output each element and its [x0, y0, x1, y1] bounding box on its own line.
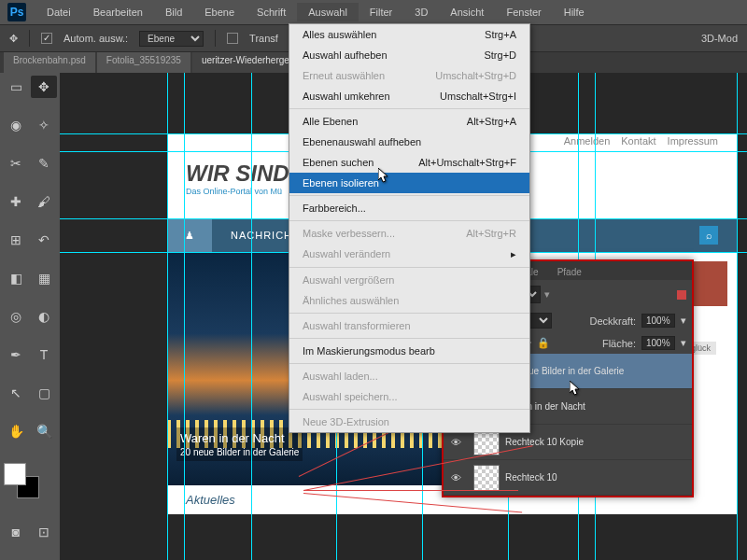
layer-row[interactable]: 👁Rechteck 10: [444, 460, 692, 496]
menu-datei[interactable]: Datei: [35, 3, 82, 21]
menu-fenster[interactable]: Fenster: [495, 3, 552, 21]
design-logo-icon: ♟: [167, 218, 212, 252]
tool-wand[interactable]: ✧: [31, 114, 57, 136]
design-top-link: Impressum: [668, 135, 718, 149]
auto-select-checkbox[interactable]: [41, 33, 52, 44]
menu-item[interactable]: Im Maskierungsmodus bearb: [289, 341, 529, 361]
tool-screen[interactable]: ⊡: [31, 521, 57, 543]
document-tab[interactable]: Brockenbahn.psd: [4, 52, 95, 73]
menu-item[interactable]: Ebenen suchenAlt+Umschalt+Strg+F: [289, 152, 529, 173]
menu-item[interactable]: Farbbereich...: [289, 198, 529, 218]
tool-shape[interactable]: ▢: [31, 382, 57, 404]
transform-checkbox[interactable]: [227, 33, 238, 44]
menu-item: Auswahl speichern...: [289, 386, 529, 407]
color-swatches[interactable]: [4, 463, 56, 500]
move-tool-icon: ✥: [9, 33, 18, 45]
layer-thumb: [473, 465, 500, 491]
menu-item: Erneut auswählenUmschalt+Strg+D: [289, 65, 529, 86]
menu-ansicht[interactable]: Ansicht: [439, 3, 495, 21]
toolbox: ▭ ✥ ◉ ✧ ✂ ✎ ✚ 🖌 ⊞ ↶ ◧ ▦ ◎ ◐ ✒ T ↖ ▢ ✋ 🔍 …: [0, 73, 60, 560]
design-top-link: Anmelden: [564, 135, 611, 149]
menu-filter[interactable]: Filter: [359, 3, 403, 21]
opacity-value[interactable]: [641, 314, 675, 328]
menu-item[interactable]: Auswahl umkehrenUmschalt+Strg+I: [289, 86, 529, 106]
tool-move[interactable]: ✥: [31, 76, 57, 98]
document-tab[interactable]: Fotolia_35519235: [97, 52, 190, 73]
mode-3d-label[interactable]: 3D-Mod: [701, 33, 738, 44]
lock-all-icon[interactable]: 🔒: [537, 337, 550, 349]
tool-history[interactable]: ↶: [31, 229, 57, 251]
menu-item[interactable]: Ebenenauswahl aufheben: [289, 132, 529, 152]
menu-hilfe[interactable]: Hilfe: [553, 3, 596, 21]
visibility-icon[interactable]: 👁: [444, 472, 468, 483]
tool-eraser[interactable]: ◧: [3, 267, 29, 289]
visibility-icon[interactable]: 👁: [444, 437, 468, 448]
tool-type[interactable]: T: [31, 343, 57, 366]
caption-title: Waren in der Nacht: [180, 431, 299, 445]
layer-name: Rechteck 10: [505, 472, 557, 483]
dropdown-icon[interactable]: ▾: [681, 315, 686, 327]
layer-filter-toggle[interactable]: [677, 290, 686, 300]
menu-item[interactable]: Alles auswählenStrg+A: [289, 24, 529, 45]
menu-item: Auswahl transformieren: [289, 315, 529, 336]
menu-item: Neue 3D-Extrusion: [289, 412, 529, 432]
tool-path[interactable]: ↖: [3, 382, 29, 404]
tool-blur[interactable]: ◎: [3, 305, 29, 328]
tool-gradient[interactable]: ▦: [31, 267, 57, 289]
fill-value[interactable]: [641, 336, 675, 350]
menu-item: Maske verbessern...Alt+Strg+R: [289, 223, 529, 244]
layer-name: Rechteck 10 Kopie: [505, 437, 584, 447]
menu-item: Ähnliches auswählen: [289, 290, 529, 311]
menu-auswahl[interactable]: Auswahl: [297, 3, 359, 21]
transform-label: Transf: [249, 33, 278, 44]
menu-bild[interactable]: Bild: [154, 3, 193, 21]
tool-dodge[interactable]: ◐: [31, 305, 57, 328]
fg-color[interactable]: [4, 463, 26, 485]
search-icon: ⌕: [699, 226, 718, 245]
app-icon: Ps: [7, 3, 26, 21]
tool-eyedrop[interactable]: ✎: [31, 152, 57, 175]
auto-select-label: Autom. ausw.:: [63, 33, 128, 44]
menubar: Ps DateiBearbeitenBildEbeneSchriftAuswah…: [0, 0, 747, 24]
menu-3d[interactable]: 3D: [403, 3, 439, 21]
tool-quickmask[interactable]: ◙: [3, 521, 29, 543]
tool-hand[interactable]: ✋: [3, 420, 29, 442]
menu-item[interactable]: Auswahl aufhebenStrg+D: [289, 45, 529, 65]
fill-label: Fläche:: [602, 338, 636, 349]
tool-lasso[interactable]: ◉: [3, 114, 29, 136]
tool-crop[interactable]: ✂: [3, 152, 29, 175]
auto-select-target[interactable]: Ebene: [139, 31, 204, 47]
tool-zoom[interactable]: 🔍: [31, 420, 57, 442]
opacity-label: Deckkraft:: [589, 315, 636, 327]
menu-bearbeiten[interactable]: Bearbeiten: [82, 3, 154, 21]
auswahl-menu-dropdown: Alles auswählenStrg+AAuswahl aufhebenStr…: [289, 23, 530, 433]
design-top-link: Kontakt: [621, 135, 655, 149]
tool-pen[interactable]: ✒: [3, 343, 29, 366]
menu-ebene[interactable]: Ebene: [193, 3, 246, 21]
tool-rect-select[interactable]: ▭: [3, 76, 29, 98]
menu-schrift[interactable]: Schrift: [246, 3, 297, 21]
tool-heal[interactable]: ✚: [3, 190, 29, 213]
menu-item: Auswahl verändern▸: [289, 244, 529, 265]
menu-item[interactable]: Alle EbenenAlt+Strg+A: [289, 111, 529, 132]
dropdown-icon[interactable]: ▾: [681, 337, 686, 349]
tool-stamp[interactable]: ⊞: [3, 229, 29, 251]
panel-tab[interactable]: Pfade: [548, 264, 591, 280]
menu-item: Auswahl vergrößern: [289, 270, 529, 290]
menu-item: Auswahl laden...: [289, 366, 529, 386]
tool-brush[interactable]: 🖌: [31, 190, 57, 213]
caption-sub: 20 neue Bilder in der Galerie: [180, 447, 299, 457]
menu-item[interactable]: Ebenen isolieren: [289, 173, 529, 193]
